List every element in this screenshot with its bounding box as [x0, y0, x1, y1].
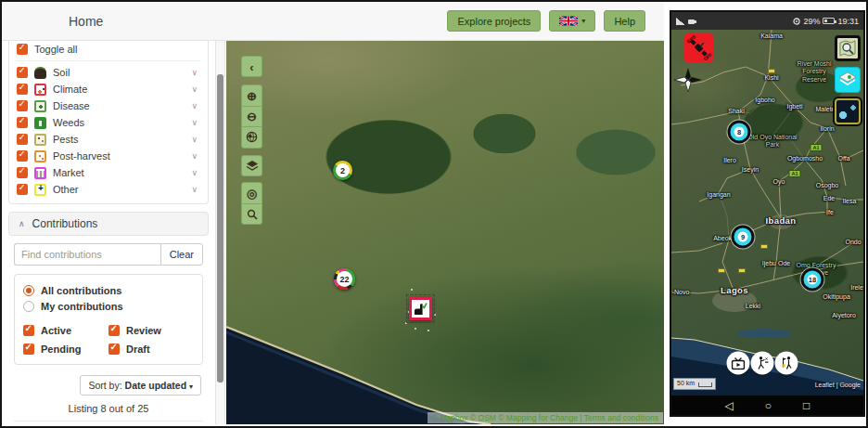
- chevron-down-icon[interactable]: ∨: [191, 135, 198, 144]
- phone-map-attribution[interactable]: Leaflet | Google: [815, 382, 861, 388]
- help-needed-icon: [414, 302, 428, 316]
- contributions-section-header[interactable]: ∧ Contributions: [8, 212, 209, 236]
- map-layers-control[interactable]: [241, 155, 262, 176]
- category-row-weeds[interactable]: Weeds ∨: [17, 114, 200, 131]
- map-search-button[interactable]: [242, 203, 262, 224]
- recents-button[interactable]: □: [803, 399, 810, 412]
- battery-percent: 29%: [803, 17, 820, 26]
- category-row-disease[interactable]: Disease ∨: [17, 97, 200, 114]
- walking-person-button[interactable]: [751, 352, 774, 375]
- cluster-marker-18[interactable]: 18: [801, 268, 824, 292]
- video-camera-button[interactable]: [727, 352, 750, 375]
- world-view-button[interactable]: [242, 126, 262, 147]
- map-zoom-control[interactable]: ⊕ ⊖: [241, 84, 262, 149]
- category-row-climate[interactable]: Climate ∨: [17, 81, 200, 97]
- market-icon: [34, 167, 46, 179]
- chevron-down-icon[interactable]: ∨: [191, 101, 198, 110]
- web-map[interactable]: ‹ ⊕ ⊖: [226, 41, 664, 424]
- weeds-icon: [34, 117, 46, 129]
- chevron-down-icon[interactable]: ∨: [191, 151, 198, 161]
- toggle-all-checkbox[interactable]: [17, 44, 28, 55]
- category-checkbox[interactable]: [17, 134, 28, 145]
- zoom-in-button[interactable]: ⊕: [242, 85, 262, 106]
- home-button[interactable]: ○: [765, 399, 772, 412]
- category-checkbox[interactable]: [17, 150, 28, 162]
- locate-button[interactable]: ◎: [242, 183, 262, 203]
- sidebar: Toggle all Soil ∨ Climate ∨: [2, 41, 215, 424]
- collapse-panel-button[interactable]: ‹: [242, 57, 262, 77]
- radio-my-contributions[interactable]: My contributions: [23, 298, 194, 314]
- sidebar-scrollbar[interactable]: [215, 41, 225, 424]
- filter-label: Review: [126, 325, 161, 336]
- sort-by-dropdown[interactable]: Sort by: Date updated ▾: [80, 375, 201, 396]
- search-input[interactable]: [14, 243, 160, 266]
- checkbox-icon[interactable]: [108, 325, 120, 336]
- category-row-soil[interactable]: Soil ∨: [17, 64, 200, 81]
- category-row-post-harvest[interactable]: Post-harvest ∨: [17, 148, 200, 164]
- caret-down-icon: ▾: [189, 383, 193, 391]
- map-scale: 50 km: [673, 378, 716, 390]
- layers-view-button[interactable]: [835, 67, 861, 93]
- cluster-marker-9[interactable]: 9: [732, 226, 755, 249]
- web-app-window: Home Explore projects ▾ Help: [2, 2, 664, 426]
- video-camera-icon: [732, 357, 746, 370]
- zoom-out-button[interactable]: ⊖: [242, 106, 262, 126]
- map-search-view-button[interactable]: [835, 35, 861, 61]
- toggle-all-row[interactable]: Toggle all: [17, 41, 200, 58]
- walking-person-icon: [756, 357, 769, 370]
- radio-all-contributions[interactable]: All contributions: [23, 282, 194, 298]
- phone-status-bar: 29% 19:31: [671, 12, 863, 30]
- category-row-other[interactable]: Other ∨: [17, 181, 200, 198]
- cluster-marker-2[interactable]: 2: [333, 161, 352, 180]
- category-row-pests[interactable]: Pests ∨: [17, 131, 200, 148]
- clear-button[interactable]: Clear: [160, 243, 203, 266]
- chevron-down-icon[interactable]: ∨: [191, 168, 198, 177]
- category-checkbox[interactable]: [17, 167, 28, 178]
- chevron-down-icon[interactable]: ∨: [191, 84, 198, 94]
- radio-icon[interactable]: [23, 285, 34, 296]
- checkbox-icon[interactable]: [23, 344, 34, 355]
- flag-person-button[interactable]: [775, 352, 798, 375]
- device-icon: [688, 18, 696, 25]
- divider: [17, 60, 200, 61]
- chevron-down-icon[interactable]: ∨: [191, 118, 198, 127]
- category-checkbox[interactable]: [17, 184, 28, 195]
- map-terrain: [226, 41, 664, 424]
- category-checkbox[interactable]: [17, 84, 28, 95]
- filter-active[interactable]: Active: [23, 323, 108, 337]
- chevron-down-icon[interactable]: ∨: [191, 68, 198, 77]
- checkbox-icon[interactable]: [23, 325, 34, 336]
- language-selector-button[interactable]: ▾: [549, 10, 595, 32]
- chevron-down-icon[interactable]: ∨: [191, 185, 198, 194]
- help-button[interactable]: Help: [604, 10, 645, 32]
- filter-label: Active: [41, 325, 71, 336]
- scrollbar-thumb[interactable]: [217, 74, 223, 383]
- category-checkbox[interactable]: [17, 117, 28, 128]
- filter-review[interactable]: Review: [108, 323, 194, 337]
- cluster-marker-8[interactable]: 8: [728, 121, 751, 144]
- map-attribution[interactable]: © Mapbox © OSM © Mapping for Change | Te…: [428, 412, 663, 423]
- filter-draft[interactable]: Draft: [108, 342, 194, 356]
- satellite-view-button[interactable]: [835, 98, 861, 124]
- checkbox-icon[interactable]: [108, 344, 120, 355]
- layers-button[interactable]: [242, 156, 262, 176]
- selected-contribution-marker[interactable]: [409, 297, 432, 320]
- map-collapse-control[interactable]: ‹: [241, 56, 262, 77]
- disease-icon: [34, 100, 46, 112]
- sort-value: Date updated: [125, 380, 187, 391]
- category-checkbox[interactable]: [17, 67, 28, 78]
- map-label: Iseyin: [742, 166, 759, 173]
- back-button[interactable]: ◁: [725, 399, 734, 412]
- category-row-market[interactable]: Market ∨: [17, 164, 200, 181]
- cluster-marker-22[interactable]: 22: [334, 268, 355, 290]
- contributions-body: Clear All contributions My contributions: [8, 236, 209, 424]
- radio-icon[interactable]: [23, 301, 34, 312]
- map-locate-search-control[interactable]: ◎: [241, 182, 262, 225]
- gps-off-button[interactable]: GPS OFF: [684, 33, 713, 62]
- phone-map[interactable]: Kaiama Kishi River Moshi Forestry Reserv…: [671, 30, 863, 396]
- filter-pending[interactable]: Pending: [23, 342, 108, 356]
- map-label: Igbeti: [786, 103, 802, 110]
- explore-projects-button[interactable]: Explore projects: [447, 10, 541, 32]
- category-checkbox[interactable]: [17, 100, 28, 111]
- map-label: Lagos: [721, 285, 748, 295]
